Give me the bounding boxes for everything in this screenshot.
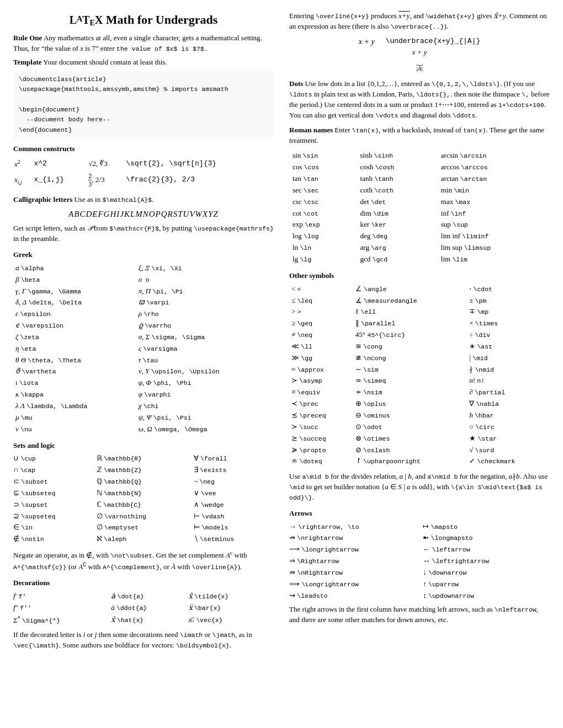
negate-text: Negate an operator, as in ∉, with \not\s…: [13, 549, 274, 572]
roman-section: Roman names Enter \tan(x), with a backsl…: [289, 125, 550, 146]
template-label: Template: [13, 58, 42, 66]
construct-frac-math: 23, 2/3: [88, 172, 125, 189]
page-title: LATEX Math for Undergrads: [13, 11, 274, 29]
rule-one-label: Rule One: [13, 34, 42, 42]
underbrace-demo: x + y \underbrace{x+y}_{|A|} x + y ⏟ |A|: [289, 36, 550, 74]
arrows-title: Arrows: [289, 508, 550, 519]
decorations-table: f′ f' ȧ \dot{a} x̃ \tilde{x} f″ f'' ä \d…: [13, 591, 274, 627]
script-paragraph: Get script letters, such as 𝒫 from $\mat…: [13, 223, 274, 244]
decorations-title: Decorations: [13, 578, 274, 588]
construct-xij-code: x_{i,j}: [34, 172, 87, 189]
construct-x2-code: x^2: [34, 158, 87, 170]
rule-one-paragraph: Rule One Any mathematics at all, even a …: [13, 33, 274, 54]
left-column: LATEX Math for Undergrads Rule One Any m…: [13, 11, 274, 654]
right-intro: Entering \overline{x+y} produces x+y, an…: [289, 11, 550, 32]
construct-xij-math: xi,j: [14, 172, 33, 189]
common-constructs-title: Common constructs: [13, 144, 274, 154]
roman-table: sin \sin sinh \sinh arcsin \arcsin cos \…: [289, 150, 550, 265]
arrows-table: → \rightarrow, \to ↦ \mapsto ↛ \nrightar…: [289, 521, 550, 602]
greek-title: Greek: [13, 250, 274, 260]
right-column: Entering \overline{x+y} produces x+y, an…: [289, 11, 550, 654]
constructs-table: x2 x^2 √2, ∛3 \sqrt{2}, \sqrt[n]{3} xi,j…: [13, 157, 274, 190]
construct-sqrt2-code: \sqrt{2}, \sqrt[n]{3}: [126, 158, 273, 170]
construct-x2-math: x2: [14, 158, 33, 170]
calligraphic-paragraph: Calligraphic letters Use as in $\mathcal…: [13, 195, 274, 205]
construct-sqrt2-math: √2, ∛3: [88, 158, 125, 170]
arrows-footer: The right arrows in the first column hav…: [289, 604, 550, 625]
template-text: Your document should contain at least th…: [43, 58, 167, 66]
dots-section: Dots Use low dots in a list {0,1,2,…}, e…: [289, 79, 550, 120]
decorations-footer: If the decorated letter is i or j then s…: [13, 630, 274, 651]
symbols-table: < < ∠ \angle ⋅ \cdot ≤ \leq ∡ \measureda…: [289, 283, 550, 468]
sets-logic-title: Sets and logic: [13, 441, 274, 451]
template-paragraph: Template Your document should contain at…: [13, 57, 274, 68]
other-symbols-title: Other symbols: [289, 271, 550, 281]
greek-table: α \alpha ξ, Ξ \xi, \Xi β \beta o o γ, Γ …: [13, 263, 274, 435]
rule-one-text: Any mathematics at all, even a single ch…: [13, 34, 262, 52]
construct-frac-code: \frac{2}{3}, 2/3: [126, 172, 273, 189]
calligraphic-label: Calligraphic letters: [13, 195, 72, 204]
template-code-block: \documentclass{article} \usepackage{math…: [13, 71, 274, 138]
amid-text: Use a\mid b for the divides relation, a …: [289, 472, 550, 503]
sets-table: ∪ \cup ℝ \mathbb{R} ∀ \forall ∩ \cap ℤ \…: [13, 453, 274, 545]
calligraphic-display: ABCDEFGHIJKLMNOPQRSTUVWXYZ: [13, 208, 274, 221]
calligraphic-text: Use as in $\mathcal{A}$.: [74, 195, 153, 204]
